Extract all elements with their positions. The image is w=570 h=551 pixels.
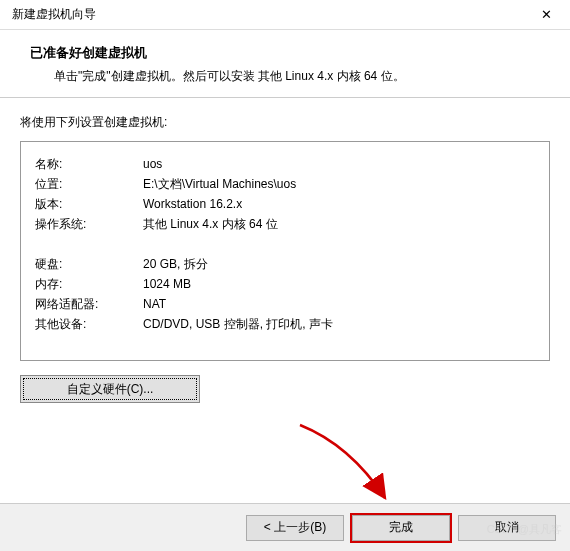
summary-row: 网络适配器: NAT xyxy=(35,294,535,314)
summary-row: 其他设备: CD/DVD, USB 控制器, 打印机, 声卡 xyxy=(35,314,535,334)
summary-label: 版本: xyxy=(35,194,143,214)
page-subtext: 单击"完成"创建虚拟机。然后可以安装 其他 Linux 4.x 内核 64 位。 xyxy=(30,68,540,85)
titlebar: 新建虚拟机向导 ✕ xyxy=(0,0,570,30)
summary-label: 硬盘: xyxy=(35,254,143,274)
summary-label: 位置: xyxy=(35,174,143,194)
summary-box: 名称: uos 位置: E:\文档\Virtual Machines\uos 版… xyxy=(20,141,550,361)
customize-hardware-button[interactable]: 自定义硬件(C)... xyxy=(20,375,200,403)
summary-row: 名称: uos xyxy=(35,154,535,174)
summary-value: 其他 Linux 4.x 内核 64 位 xyxy=(143,214,535,234)
summary-row: 内存: 1024 MB xyxy=(35,274,535,294)
summary-row: 位置: E:\文档\Virtual Machines\uos xyxy=(35,174,535,194)
wizard-header: 已准备好创建虚拟机 单击"完成"创建虚拟机。然后可以安装 其他 Linux 4.… xyxy=(0,30,570,97)
summary-value: 1024 MB xyxy=(143,274,535,294)
summary-row: 硬盘: 20 GB, 拆分 xyxy=(35,254,535,274)
summary-value: uos xyxy=(143,154,535,174)
summary-row: 版本: Workstation 16.2.x xyxy=(35,194,535,214)
cancel-button[interactable]: 取消 xyxy=(458,515,556,541)
summary-label: 其他设备: xyxy=(35,314,143,334)
finish-button[interactable]: 完成 xyxy=(352,515,450,541)
wizard-footer: < 上一步(B) 完成 取消 xyxy=(0,503,570,551)
back-button[interactable]: < 上一步(B) xyxy=(246,515,344,541)
summary-label: 操作系统: xyxy=(35,214,143,234)
summary-value: 20 GB, 拆分 xyxy=(143,254,535,274)
summary-label: 网络适配器: xyxy=(35,294,143,314)
wizard-body: 将使用下列设置创建虚拟机: 名称: uos 位置: E:\文档\Virtual … xyxy=(0,98,570,413)
summary-intro: 将使用下列设置创建虚拟机: xyxy=(20,114,550,131)
window-title: 新建虚拟机向导 xyxy=(12,6,96,23)
summary-label: 内存: xyxy=(35,274,143,294)
summary-value: CD/DVD, USB 控制器, 打印机, 声卡 xyxy=(143,314,535,334)
summary-value: NAT xyxy=(143,294,535,314)
close-icon[interactable]: ✕ xyxy=(532,1,560,29)
summary-row: 操作系统: 其他 Linux 4.x 内核 64 位 xyxy=(35,214,535,234)
page-heading: 已准备好创建虚拟机 xyxy=(30,44,540,62)
summary-value: Workstation 16.2.x xyxy=(143,194,535,214)
summary-value: E:\文档\Virtual Machines\uos xyxy=(143,174,535,194)
summary-label: 名称: xyxy=(35,154,143,174)
